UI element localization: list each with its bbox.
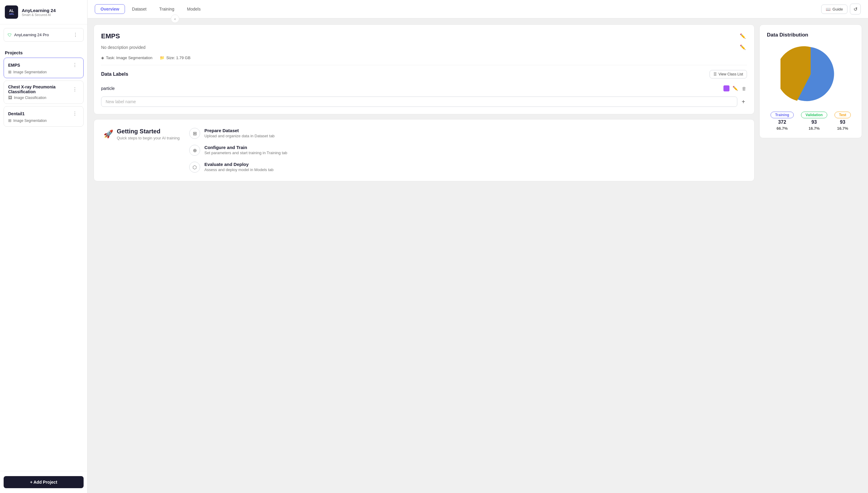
sidebar-header: AL .NRL AnyLearning 24 Smart & Secured A… [0,0,87,24]
edit-label-button[interactable]: ✏️ [732,85,739,92]
main-area: ‹ Overview Dataset Training Models 📖 Gui… [87,0,868,493]
project-task: Task: Image Segmentation [106,56,152,60]
logo-sub: .NRL [9,13,15,15]
prepare-dataset-icon: ⊞ [189,128,200,139]
project-name: Dentail1 [8,111,24,116]
training-count: 372 [778,120,786,125]
step-prepare-desc: Upload and organize data in Dataset tab [204,134,287,138]
account-name: AnyLearning 24 Pro [14,33,49,37]
step-configure-desc: Set parameters and start training in Tra… [204,151,287,155]
top-navigation: Overview Dataset Training Models 📖 Guide… [87,0,868,18]
image-icon: 🖼 [8,95,12,100]
configure-train-icon: ⊕ [189,145,200,156]
label-color-swatch[interactable] [723,85,729,91]
pie-chart-svg [781,44,841,104]
layers-icon: ⊞ [8,70,12,74]
legend-validation: Validation 93 16.7% [801,112,827,131]
validation-count: 93 [811,120,817,125]
edit-description-button[interactable]: ✏️ [739,43,747,51]
app-name: AnyLearning 24 [22,8,56,13]
test-count: 93 [840,120,845,125]
getting-started-header: 🚀 Getting Started Quick steps to begin y… [104,128,179,165]
add-label-button[interactable]: + [740,98,747,106]
legend-test: Test 93 16.7% [834,112,851,131]
refresh-icon: ↺ [853,6,858,12]
step-configure-title: Configure and Train [204,145,287,150]
folder-icon: 📁 [160,56,165,60]
right-panel: Data Distribution Traini [759,24,862,487]
account-selector[interactable]: 🛡 AnyLearning 24 Pro ⋮ [4,28,84,42]
shield-icon: 🛡 [7,33,12,37]
project-card-chest[interactable]: Chest X-ray Pneumonia Classification ⋮ 🖼… [4,81,84,104]
project-menu-button[interactable]: ⋮ [71,86,79,93]
project-menu-button[interactable]: ⋮ [71,62,79,68]
step-prepare: ⊞ Prepare Dataset Upload and organize da… [189,128,287,139]
new-label-input[interactable] [101,97,737,107]
project-card-emps[interactable]: EMPS ⋮ ⊞ Image Segmentation [4,58,84,78]
project-menu-button[interactable]: ⋮ [71,110,79,117]
task-icon: ◈ [101,56,104,60]
project-type: ⊞ Image Segmentation [8,70,79,74]
list-icon: ☰ [714,72,717,76]
add-project-button[interactable]: + Add Project [4,476,84,488]
left-panel: EMPS ✏️ No description provided ✏️ ◈ Tas… [93,24,755,487]
tab-overview[interactable]: Overview [95,4,125,14]
distribution-legend: Training 372 66.7% Validation 93 16.7% T… [767,112,854,131]
view-class-list-button[interactable]: ☰ View Class List [710,70,747,79]
step-prepare-title: Prepare Dataset [204,128,287,133]
refresh-button[interactable]: ↺ [850,4,861,15]
sidebar-footer: + Add Project [0,471,87,493]
legend-training: Training 372 66.7% [770,112,794,131]
content-area: EMPS ✏️ No description provided ✏️ ◈ Tas… [87,18,868,493]
data-distribution-card: Data Distribution Traini [759,24,862,138]
delete-label-button[interactable]: 🗑 [741,85,747,92]
project-description: No description provided [101,45,146,50]
account-menu-button[interactable]: ⋮ [71,31,80,38]
training-pct: 66.7% [777,126,788,131]
label-name: particle [101,86,115,91]
getting-started-steps: ⊞ Prepare Dataset Upload and organize da… [189,128,287,173]
sidebar: AL .NRL AnyLearning 24 Smart & Secured A… [0,0,87,493]
tab-dataset[interactable]: Dataset [126,4,152,14]
logo-text: AL [9,9,14,13]
step-evaluate-desc: Assess and deploy model in Models tab [204,168,287,172]
collapse-sidebar-button[interactable]: ‹ [171,15,179,23]
app-info: AnyLearning 24 Smart & Secured AI [22,8,56,17]
project-name: Chest X-ray Pneumonia Classification [8,84,71,94]
main-tabs: Overview Dataset Training Models [95,4,207,14]
project-title: EMPS [101,32,120,40]
training-badge: Training [770,112,794,118]
rocket-icon: 🚀 [104,129,113,139]
validation-pct: 16.7% [808,126,820,131]
test-badge: Test [834,112,851,118]
layers-icon: ⊞ [8,118,12,123]
step-configure: ⊕ Configure and Train Set parameters and… [189,145,287,156]
new-label-row: + [101,97,747,107]
project-type: 🖼 Image Classification [8,95,79,100]
guide-button[interactable]: 📖 Guide [821,4,847,14]
projects-heading: Projects [0,45,87,58]
pie-chart [767,44,854,104]
project-name: EMPS [8,63,20,68]
topnav-actions: 📖 Guide ↺ [821,4,861,15]
project-info-card: EMPS ✏️ No description provided ✏️ ◈ Tas… [93,24,755,114]
project-size: Size: 1.79 GB [166,56,190,60]
app-tagline: Smart & Secured AI [22,13,56,17]
getting-started-subtitle: Quick steps to begin your AI training [117,136,179,140]
project-card-dental[interactable]: Dentail1 ⋮ ⊞ Image Segmentation [4,106,84,127]
evaluate-deploy-icon: ⬡ [189,162,200,173]
edit-project-title-button[interactable]: ✏️ [739,32,747,40]
tab-training[interactable]: Training [154,4,180,14]
project-meta: ◈ Task: Image Segmentation 📁 Size: 1.79 … [101,56,747,60]
distribution-title: Data Distribution [767,32,854,38]
project-type: ⊞ Image Segmentation [8,118,79,123]
step-evaluate: ⬡ Evaluate and Deploy Assess and deploy … [189,162,287,173]
data-labels-title: Data Labels [101,71,128,77]
projects-list: EMPS ⋮ ⊞ Image Segmentation Chest X-ray … [0,58,87,471]
step-evaluate-title: Evaluate and Deploy [204,162,287,167]
validation-badge: Validation [801,112,827,118]
book-icon: 📖 [826,7,830,12]
app-logo: AL .NRL [5,5,18,19]
tab-models[interactable]: Models [182,4,207,14]
getting-started-title: Getting Started [117,128,179,135]
